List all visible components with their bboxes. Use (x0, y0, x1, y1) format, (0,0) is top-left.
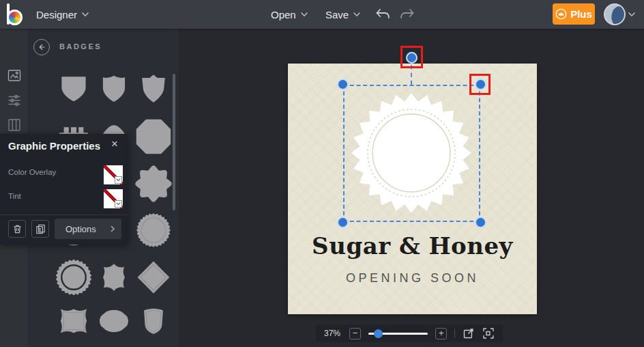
avatar[interactable] (604, 3, 626, 25)
save-menu-label: Save (325, 9, 349, 20)
zoom-out-button[interactable]: − (349, 328, 361, 339)
canvas-area: Sugar & Honey OPENING SOON 37% − + (179, 29, 644, 347)
layout-columns-icon[interactable] (8, 118, 21, 132)
chevron-down-icon (353, 12, 360, 17)
zoom-level-label: 37% (324, 329, 342, 338)
design-title-text[interactable]: Sugar & Honey (288, 232, 537, 260)
tint-swatch[interactable] (104, 189, 123, 208)
badge-shape-octagon[interactable] (134, 117, 173, 156)
graphic-properties-header: Graphic Properties × (0, 134, 128, 158)
panel-scrollbar[interactable] (173, 74, 175, 210)
plus-label: Plus (570, 8, 592, 20)
badges-panel-title: BADGES (59, 42, 102, 51)
open-menu-label: Open (271, 9, 296, 20)
resize-canvas-icon[interactable] (463, 327, 475, 339)
badge-shape-seal-ring[interactable] (55, 258, 93, 296)
annotation-box-rotation-handle (400, 46, 423, 68)
annotation-box-top-right-handle (469, 74, 491, 95)
badge-shape-diamond[interactable] (135, 259, 172, 296)
undo-icon[interactable] (374, 7, 392, 22)
selection-bounding-box[interactable] (343, 85, 480, 222)
selection-handle-bottom-left[interactable] (337, 217, 349, 228)
divider (454, 329, 455, 338)
badge-shape-shield-flat[interactable] (58, 72, 89, 106)
avatar-chevron-down-icon[interactable] (628, 12, 635, 17)
befunky-logo[interactable] (7, 3, 25, 25)
options-button[interactable]: Options (55, 219, 121, 239)
design-subtitle-text[interactable]: OPENING SOON (288, 271, 537, 286)
badge-shape-scalloped-seal[interactable] (135, 212, 172, 249)
chevron-down-icon (116, 202, 121, 206)
chevron-right-icon (111, 225, 115, 232)
logo-color-wheel (7, 10, 23, 25)
chevron-down-icon (116, 178, 121, 182)
redo-icon[interactable] (398, 7, 416, 22)
back-arrow-icon (37, 42, 46, 52)
tint-label: Tint (8, 192, 21, 200)
fit-screen-icon[interactable] (482, 327, 495, 339)
designer-app: Designer Open Save Plus (0, 0, 644, 347)
badge-shape-flower-burst[interactable] (135, 165, 172, 203)
badge-shape-ornate-frame[interactable] (98, 259, 130, 296)
graphics-library-icon[interactable] (8, 69, 21, 83)
color-overlay-label: Color Overlay (8, 168, 56, 176)
chevron-down-icon (301, 12, 308, 17)
graphic-properties-panel: Graphic Properties × Color Overlay Tint (0, 134, 128, 245)
open-menu[interactable]: Open (271, 0, 308, 29)
graphic-properties-title: Graphic Properties (8, 140, 100, 152)
trash-icon (12, 224, 23, 234)
badge-shape-rounded-label[interactable] (96, 307, 132, 335)
zoom-slider-handle[interactable] (374, 329, 383, 338)
badge-shape-shield-notched[interactable] (137, 71, 170, 107)
plus-upgrade-button[interactable]: Plus (553, 3, 595, 25)
selection-handle-bottom-right[interactable] (475, 217, 486, 228)
swatch-dropdown[interactable] (115, 176, 122, 184)
zoom-toolbar: 37% − + (316, 324, 503, 342)
chevron-down-icon (82, 12, 89, 17)
badge-shape-wavy-square[interactable] (57, 303, 91, 339)
duplicate-icon (35, 224, 46, 234)
divider (0, 214, 128, 215)
app-menu-label: Designer (36, 9, 77, 20)
swatch-dropdown[interactable] (115, 200, 122, 208)
adjustments-icon[interactable] (8, 94, 21, 107)
app-menu-designer[interactable]: Designer (36, 0, 89, 29)
crown-icon (555, 8, 567, 20)
zoom-in-button[interactable]: + (435, 328, 447, 339)
badge-shape-shield-wavy[interactable] (98, 71, 130, 107)
save-menu[interactable]: Save (325, 0, 360, 29)
avatar-figure (609, 5, 626, 25)
selection-handle-top-left[interactable] (337, 79, 349, 90)
top-toolbar: Designer Open Save Plus (0, 0, 644, 29)
color-overlay-swatch[interactable] (104, 165, 123, 184)
zoom-slider[interactable] (368, 333, 428, 335)
options-label: Options (65, 224, 96, 234)
close-icon[interactable]: × (108, 137, 121, 151)
badge-shape-tall-shield[interactable] (138, 303, 169, 339)
duplicate-button[interactable] (31, 220, 49, 238)
delete-button[interactable] (8, 220, 26, 238)
back-button[interactable] (33, 39, 50, 55)
